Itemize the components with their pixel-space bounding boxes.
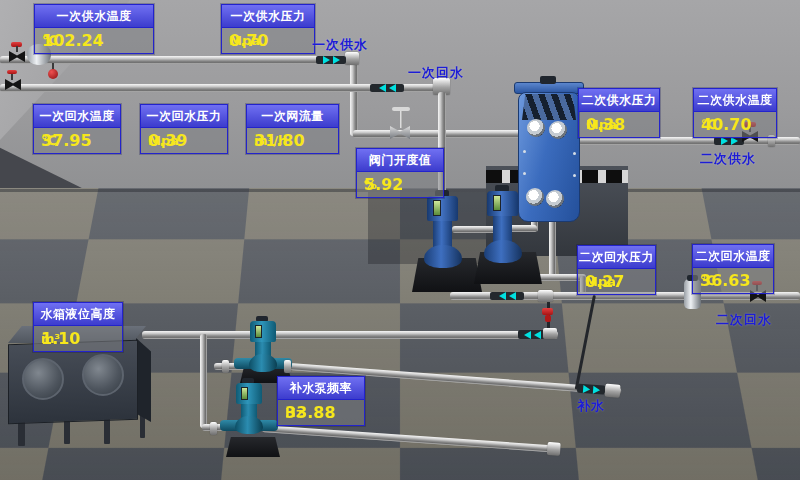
gauge-value: 31.80 (254, 131, 305, 150)
hx-port-bottom-right (546, 190, 564, 208)
flow-arrow-secondary-return (490, 292, 524, 300)
lower-header-end-flange (547, 442, 561, 456)
hx-port-bottom-left (526, 188, 544, 206)
pipe-tag-secondary-supply: 二次供水 (700, 150, 756, 168)
gauge-title: 二次回水压力 (578, 246, 655, 269)
hx-port-top-right (549, 121, 567, 139)
gauge-title: 二次供水压力 (579, 89, 659, 112)
pump-column (493, 216, 512, 242)
gauge-title: 二次供水温度 (694, 89, 776, 112)
gauge-title: 水箱液位高度 (34, 303, 122, 326)
tank-flange-right (82, 354, 124, 396)
gauge-makeup-pump-frequency[interactable]: 补水泵频率 33.88Hz (277, 376, 365, 426)
gauge-tank-level[interactable]: 水箱液位高度 1.10m³ (33, 302, 123, 352)
gauge-value: 0.27 (585, 272, 624, 291)
pump-volute (484, 240, 522, 263)
gauge-secondary-supply-temp[interactable]: 二次供水温度 40.70℃ (693, 88, 777, 138)
pump-volute (249, 354, 277, 372)
gauge-value: 0.39 (148, 131, 187, 150)
secondary-return-flange (538, 290, 553, 302)
valve-stem (16, 46, 18, 52)
tank-flange-left (22, 358, 64, 400)
gauge-valve-opening[interactable]: 阀门开度值 5.92% (356, 148, 444, 198)
gauge-title: 一次回水温度 (34, 105, 120, 128)
gauge-value: 0.70 (229, 31, 268, 50)
gauge-value: 36.63 (700, 271, 751, 290)
pump-motor (250, 321, 276, 342)
pump-indicator-window (241, 387, 248, 400)
flow-arrow-primary-supply (316, 56, 346, 64)
pipe-tag-makeup-water: 补水 (577, 397, 605, 415)
hx-port-top-left (527, 119, 545, 137)
circ-pump-1[interactable] (426, 190, 466, 280)
gauge-secondary-return-pressure[interactable]: 二次回水压力 0.27Mpa (577, 245, 656, 295)
pipe-secondary-supply (562, 137, 800, 145)
drain-valve-handle (542, 308, 553, 315)
pump1-flange (222, 360, 229, 373)
hx-tie-rods (522, 94, 576, 120)
tank-side-face (136, 338, 151, 422)
gauge-primary-return-temp[interactable]: 一次回水温度 37.95℃ (33, 104, 121, 154)
gauge-primary-return-pressure[interactable]: 一次回水压力 0.39Mpa (140, 104, 228, 154)
circ-pump-2[interactable] (486, 185, 526, 275)
hmi-screen: 一次供水温度 102.24℃ 一次供水压力 0.70Mpa 一次回水温度 37.… (0, 0, 800, 480)
gauge-title: 阀门开度值 (357, 149, 443, 172)
hx-lifting-lug (540, 76, 556, 84)
valve-stem (11, 74, 13, 80)
tank-line-flange (543, 328, 557, 339)
pump-column (433, 221, 452, 247)
gauge-title: 补水泵频率 (278, 377, 364, 400)
gauge-title: 一次供水压力 (222, 5, 314, 28)
gauge-title: 二次回水温度 (693, 245, 773, 268)
pipe-tag-secondary-return: 二次回水 (716, 311, 772, 329)
hx-bolt (523, 150, 526, 153)
gauge-value: 33.88 (285, 403, 336, 422)
hx-bolt (573, 152, 576, 155)
gauge-title: 一次供水温度 (35, 5, 153, 28)
pipe-tag-primary-supply: 一次供水 (312, 36, 368, 54)
gauge-secondary-supply-pressure[interactable]: 二次供水压力 0.38Mpa (578, 88, 660, 138)
gauge-primary-supply-temp[interactable]: 一次供水温度 102.24℃ (34, 4, 154, 54)
pressure-sensor[interactable] (48, 69, 58, 79)
makeup-header-end-flange (605, 384, 621, 398)
gauge-value: 0.38 (586, 115, 625, 134)
gauge-primary-network-flow[interactable]: 一次网流量 31.80m³/h (246, 104, 339, 154)
pump-motor (427, 196, 458, 221)
makeup-pump2-base (226, 437, 280, 457)
gauge-value: 37.95 (41, 131, 92, 150)
flow-arrow-secondary-supply (714, 137, 744, 145)
pump-motor (236, 383, 262, 404)
pipe-tank-drop (200, 334, 207, 428)
gauge-secondary-return-temp[interactable]: 二次回水温度 36.63℃ (692, 244, 774, 294)
gauge-value: 1.10 (41, 329, 80, 348)
gauge-title: 一次回水压力 (141, 105, 227, 128)
pump-volute (424, 245, 462, 268)
pipe-tag-primary-return: 一次回水 (408, 64, 464, 82)
hx-bolt (523, 172, 526, 175)
pump-volute (235, 416, 263, 434)
pump-indicator-window (255, 325, 262, 338)
gauge-value: 5.92 (364, 175, 403, 194)
gauge-value: 102.24 (42, 31, 104, 50)
gauge-value: 40.70 (701, 115, 752, 134)
makeup-pump-2[interactable] (218, 378, 280, 438)
flow-arrow-tank-line (518, 330, 546, 339)
flow-arrow-primary-return (370, 84, 404, 92)
hx-bolt (573, 174, 576, 177)
control-valve-stem (400, 111, 403, 128)
pump1-flange (284, 360, 291, 373)
pipe-primary-supply-drop (350, 58, 358, 136)
pump-motor (487, 191, 518, 216)
pump2-flange (210, 422, 217, 435)
pump-indicator-window (433, 200, 441, 216)
pump-indicator-window (493, 195, 501, 211)
gauge-title: 一次网流量 (247, 105, 338, 128)
drain-valve-body[interactable] (545, 315, 551, 322)
gauge-primary-supply-pressure[interactable]: 一次供水压力 0.70Mpa (221, 4, 315, 54)
